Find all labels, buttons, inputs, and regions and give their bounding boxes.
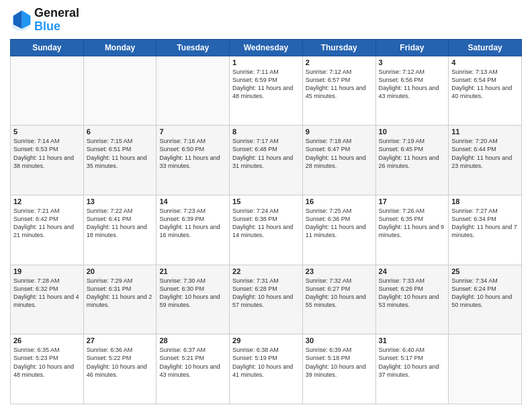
day-info: Sunrise: 7:31 AM Sunset: 6:28 PM Dayligh… bbox=[232, 277, 300, 310]
day-info: Sunrise: 7:20 AM Sunset: 6:44 PM Dayligh… bbox=[451, 137, 519, 170]
day-info: Sunrise: 7:33 AM Sunset: 6:26 PM Dayligh… bbox=[379, 277, 446, 310]
calendar-cell: 8Sunrise: 7:17 AM Sunset: 6:48 PM Daylig… bbox=[230, 126, 303, 195]
day-info: Sunrise: 7:26 AM Sunset: 6:35 PM Dayligh… bbox=[379, 207, 446, 240]
day-info: Sunrise: 7:13 AM Sunset: 6:54 PM Dayligh… bbox=[451, 68, 519, 101]
calendar-cell: 28Sunrise: 6:37 AM Sunset: 5:21 PM Dayli… bbox=[157, 334, 230, 404]
calendar-weekday-monday: Monday bbox=[83, 39, 157, 56]
day-info: Sunrise: 7:32 AM Sunset: 6:27 PM Dayligh… bbox=[306, 277, 373, 310]
calendar-cell: 1Sunrise: 7:11 AM Sunset: 6:59 PM Daylig… bbox=[230, 56, 303, 126]
day-number: 17 bbox=[379, 197, 446, 205]
day-info: Sunrise: 7:22 AM Sunset: 6:41 PM Dayligh… bbox=[87, 207, 154, 240]
calendar-cell: 11Sunrise: 7:20 AM Sunset: 6:44 PM Dayli… bbox=[449, 126, 522, 195]
calendar-week-row: 1Sunrise: 7:11 AM Sunset: 6:59 PM Daylig… bbox=[11, 56, 522, 126]
calendar-cell: 7Sunrise: 7:16 AM Sunset: 6:50 PM Daylig… bbox=[157, 126, 230, 195]
day-info: Sunrise: 6:35 AM Sunset: 5:23 PM Dayligh… bbox=[13, 346, 81, 379]
calendar-cell: 22Sunrise: 7:31 AM Sunset: 6:28 PM Dayli… bbox=[230, 265, 303, 334]
calendar-cell: 4Sunrise: 7:13 AM Sunset: 6:54 PM Daylig… bbox=[449, 56, 522, 126]
day-number: 14 bbox=[159, 197, 226, 205]
calendar-cell: 27Sunrise: 6:36 AM Sunset: 5:22 PM Dayli… bbox=[83, 334, 157, 404]
day-number: 4 bbox=[451, 58, 519, 66]
day-number: 26 bbox=[13, 336, 81, 345]
calendar-week-row: 5Sunrise: 7:14 AM Sunset: 6:53 PM Daylig… bbox=[11, 126, 522, 195]
calendar-cell: 5Sunrise: 7:14 AM Sunset: 6:53 PM Daylig… bbox=[11, 126, 84, 195]
day-number: 1 bbox=[232, 58, 300, 66]
calendar-weekday-wednesday: Wednesday bbox=[230, 39, 303, 56]
day-info: Sunrise: 6:40 AM Sunset: 5:17 PM Dayligh… bbox=[379, 346, 446, 379]
day-number: 30 bbox=[306, 336, 373, 345]
day-number: 31 bbox=[379, 336, 446, 345]
day-number: 29 bbox=[232, 336, 300, 345]
day-number: 21 bbox=[159, 267, 226, 275]
day-info: Sunrise: 7:16 AM Sunset: 6:50 PM Dayligh… bbox=[159, 137, 226, 170]
calendar-cell: 12Sunrise: 7:21 AM Sunset: 6:42 PM Dayli… bbox=[11, 195, 84, 265]
calendar-cell: 17Sunrise: 7:26 AM Sunset: 6:35 PM Dayli… bbox=[375, 195, 449, 265]
header: General Blue bbox=[10, 7, 522, 34]
day-info: Sunrise: 7:18 AM Sunset: 6:47 PM Dayligh… bbox=[306, 137, 373, 170]
day-number: 5 bbox=[13, 128, 81, 136]
calendar-cell: 6Sunrise: 7:15 AM Sunset: 6:51 PM Daylig… bbox=[83, 126, 157, 195]
day-number: 12 bbox=[13, 197, 81, 205]
day-number: 3 bbox=[379, 58, 446, 66]
logo-text: General Blue bbox=[34, 7, 79, 34]
logo-blue: Blue bbox=[34, 20, 79, 34]
calendar-cell: 19Sunrise: 7:28 AM Sunset: 6:32 PM Dayli… bbox=[11, 265, 84, 334]
calendar-week-row: 12Sunrise: 7:21 AM Sunset: 6:42 PM Dayli… bbox=[11, 195, 522, 265]
day-info: Sunrise: 6:36 AM Sunset: 5:22 PM Dayligh… bbox=[87, 346, 154, 379]
calendar-cell: 21Sunrise: 7:30 AM Sunset: 6:30 PM Dayli… bbox=[157, 265, 230, 334]
day-number: 20 bbox=[87, 267, 154, 275]
calendar-cell: 3Sunrise: 7:12 AM Sunset: 6:56 PM Daylig… bbox=[375, 56, 449, 126]
day-number: 22 bbox=[232, 267, 300, 275]
logo-icon bbox=[10, 9, 32, 31]
day-info: Sunrise: 7:27 AM Sunset: 6:34 PM Dayligh… bbox=[451, 207, 519, 240]
calendar-weekday-tuesday: Tuesday bbox=[157, 39, 230, 56]
day-info: Sunrise: 7:19 AM Sunset: 6:45 PM Dayligh… bbox=[379, 137, 446, 170]
calendar-cell: 20Sunrise: 7:29 AM Sunset: 6:31 PM Dayli… bbox=[83, 265, 157, 334]
day-number: 8 bbox=[232, 128, 300, 136]
calendar-cell: 2Sunrise: 7:12 AM Sunset: 6:57 PM Daylig… bbox=[302, 56, 375, 126]
calendar-cell: 16Sunrise: 7:25 AM Sunset: 6:36 PM Dayli… bbox=[302, 195, 375, 265]
day-number: 15 bbox=[232, 197, 300, 205]
calendar-header-row: SundayMondayTuesdayWednesdayThursdayFrid… bbox=[11, 39, 522, 56]
day-info: Sunrise: 7:29 AM Sunset: 6:31 PM Dayligh… bbox=[87, 277, 154, 310]
day-number: 6 bbox=[87, 128, 154, 136]
logo: General Blue bbox=[10, 7, 79, 34]
day-number: 18 bbox=[451, 197, 519, 205]
calendar-cell: 29Sunrise: 6:38 AM Sunset: 5:19 PM Dayli… bbox=[230, 334, 303, 404]
day-info: Sunrise: 7:12 AM Sunset: 6:56 PM Dayligh… bbox=[379, 68, 446, 101]
calendar-weekday-sunday: Sunday bbox=[11, 39, 84, 56]
calendar-cell bbox=[11, 56, 84, 126]
day-info: Sunrise: 7:17 AM Sunset: 6:48 PM Dayligh… bbox=[232, 137, 300, 170]
day-number: 11 bbox=[451, 128, 519, 136]
calendar-cell bbox=[449, 334, 522, 404]
calendar-cell: 14Sunrise: 7:23 AM Sunset: 6:39 PM Dayli… bbox=[157, 195, 230, 265]
day-info: Sunrise: 7:12 AM Sunset: 6:57 PM Dayligh… bbox=[306, 68, 373, 101]
calendar-week-row: 26Sunrise: 6:35 AM Sunset: 5:23 PM Dayli… bbox=[11, 334, 522, 404]
day-info: Sunrise: 7:23 AM Sunset: 6:39 PM Dayligh… bbox=[159, 207, 226, 240]
calendar-week-row: 19Sunrise: 7:28 AM Sunset: 6:32 PM Dayli… bbox=[11, 265, 522, 334]
day-info: Sunrise: 7:34 AM Sunset: 6:24 PM Dayligh… bbox=[451, 277, 519, 310]
day-info: Sunrise: 7:21 AM Sunset: 6:42 PM Dayligh… bbox=[13, 207, 81, 240]
calendar-cell: 25Sunrise: 7:34 AM Sunset: 6:24 PM Dayli… bbox=[449, 265, 522, 334]
calendar-cell: 26Sunrise: 6:35 AM Sunset: 5:23 PM Dayli… bbox=[11, 334, 84, 404]
day-info: Sunrise: 7:30 AM Sunset: 6:30 PM Dayligh… bbox=[159, 277, 226, 310]
calendar-cell bbox=[157, 56, 230, 126]
day-info: Sunrise: 7:25 AM Sunset: 6:36 PM Dayligh… bbox=[306, 207, 373, 240]
day-number: 19 bbox=[13, 267, 81, 275]
calendar-cell: 31Sunrise: 6:40 AM Sunset: 5:17 PM Dayli… bbox=[375, 334, 449, 404]
day-info: Sunrise: 6:39 AM Sunset: 5:18 PM Dayligh… bbox=[306, 346, 373, 379]
day-info: Sunrise: 6:37 AM Sunset: 5:21 PM Dayligh… bbox=[159, 346, 226, 379]
day-info: Sunrise: 7:24 AM Sunset: 6:38 PM Dayligh… bbox=[232, 207, 300, 240]
day-number: 16 bbox=[306, 197, 373, 205]
day-number: 24 bbox=[379, 267, 446, 275]
calendar-cell: 13Sunrise: 7:22 AM Sunset: 6:41 PM Dayli… bbox=[83, 195, 157, 265]
day-number: 27 bbox=[87, 336, 154, 345]
day-info: Sunrise: 6:38 AM Sunset: 5:19 PM Dayligh… bbox=[232, 346, 300, 379]
calendar-weekday-saturday: Saturday bbox=[449, 39, 522, 56]
calendar-weekday-friday: Friday bbox=[375, 39, 449, 56]
day-number: 7 bbox=[159, 128, 226, 136]
day-number: 23 bbox=[306, 267, 373, 275]
page: General Blue SundayMondayTuesdayWednesda… bbox=[0, 0, 532, 411]
day-number: 10 bbox=[379, 128, 446, 136]
calendar-table: SundayMondayTuesdayWednesdayThursdayFrid… bbox=[10, 39, 522, 404]
day-info: Sunrise: 7:15 AM Sunset: 6:51 PM Dayligh… bbox=[87, 137, 154, 170]
